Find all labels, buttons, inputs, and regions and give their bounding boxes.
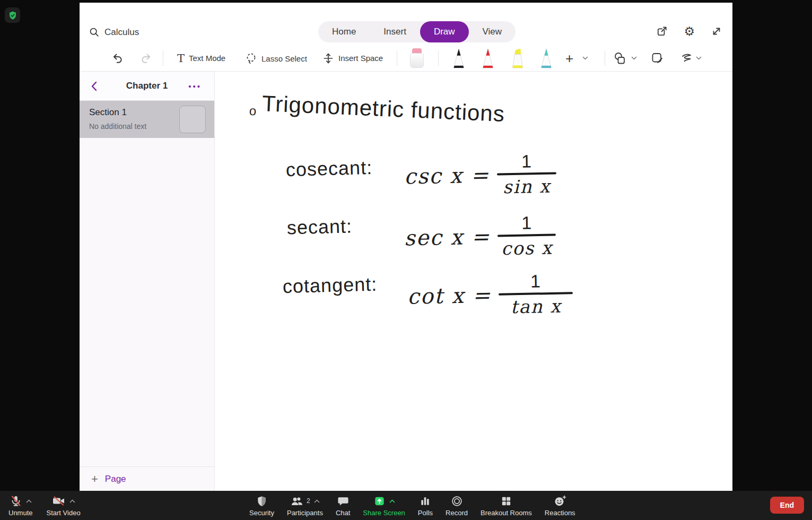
undo-icon[interactable] (111, 52, 124, 65)
mic-muted-icon (10, 495, 22, 507)
polls-bar-chart-icon (419, 495, 431, 507)
fraction-numerator: 1 (521, 151, 532, 171)
end-meeting-button[interactable]: End (770, 497, 804, 514)
settings-gear-icon[interactable]: ⚙ (684, 25, 695, 38)
ink-scribble-icon[interactable] (680, 52, 694, 65)
add-page-button[interactable]: + Page (80, 466, 214, 491)
start-video-button[interactable]: Start Video (47, 494, 81, 517)
section-list-item-selected[interactable]: Section 1 No additional text (80, 101, 214, 138)
formula-lhs: cot x = (407, 283, 492, 309)
breakout-rooms-button[interactable]: Breakout Rooms (481, 494, 532, 517)
formula-equation: cot x = 1 tan x (407, 271, 573, 319)
polls-label: Polls (418, 509, 433, 517)
search-icon (89, 27, 100, 38)
reactions-button[interactable]: Reactions (545, 494, 575, 517)
security-button[interactable]: Security (249, 494, 274, 517)
fraction: 1 sin x (496, 151, 556, 197)
green-shield-check-icon (8, 11, 18, 20)
formula-equation: csc x = 1 sin x (404, 151, 556, 199)
black-pen-tool[interactable] (451, 48, 466, 69)
tab-home[interactable]: Home (318, 21, 370, 42)
insert-space-icon (322, 53, 334, 64)
unmute-label: Unmute (8, 509, 33, 517)
share-icon[interactable] (656, 25, 668, 38)
redo-icon[interactable] (139, 52, 152, 65)
ink-chevron-icon[interactable] (696, 56, 702, 60)
shapes-tool-icon[interactable] (613, 51, 627, 65)
formula-equation: sec x = 1 cos x (404, 213, 556, 261)
app-top-bar: Calculus Home Insert Draw View ⚙ (80, 3, 732, 45)
text-mode-button[interactable]: T Text Mode (177, 52, 225, 65)
reactions-smiley-icon (553, 495, 567, 507)
formula-label: cosecant: (285, 157, 372, 181)
meeting-security-badge[interactable] (5, 7, 20, 23)
video-options-chevron-icon[interactable] (69, 499, 75, 503)
participants-count-badge: 2 (307, 497, 310, 505)
reactions-label: Reactions (545, 509, 575, 517)
fraction-numerator: 1 (521, 213, 532, 233)
share-screen-icon (373, 495, 386, 507)
fraction-denominator: tan x (510, 297, 561, 317)
yellow-highlighter-tool[interactable] (510, 48, 526, 69)
share-screen-chevron-icon[interactable] (389, 499, 395, 503)
unmute-options-chevron-icon[interactable] (26, 499, 32, 503)
formula-lhs: sec x = (404, 224, 491, 250)
fraction-bar (497, 172, 556, 175)
chapter-menu-button[interactable]: ••• (188, 82, 202, 91)
chat-button[interactable]: Chat (336, 494, 350, 517)
toolbar-divider (397, 51, 397, 66)
add-pen-chevron-icon[interactable] (582, 56, 588, 60)
toolbar-divider (438, 51, 439, 66)
fraction-bar (499, 292, 573, 296)
record-label: Record (446, 509, 468, 517)
sidebar-header: Chapter 1 ••• (80, 72, 214, 101)
fraction-denominator: cos x (501, 238, 553, 259)
add-page-plus-icon: + (91, 473, 98, 485)
insert-space-button[interactable]: Insert Space (322, 53, 383, 64)
teal-pen-tool[interactable] (539, 48, 554, 69)
chat-label: Chat (336, 509, 350, 517)
text-mode-label: Text Mode (189, 54, 225, 63)
share-screen-button[interactable]: Share Screen (363, 494, 405, 517)
unmute-button[interactable]: Unmute (8, 494, 33, 517)
breakout-rooms-grid-icon (500, 495, 512, 507)
participants-chevron-icon[interactable] (314, 499, 320, 503)
lasso-select-button[interactable]: Lasso Select (245, 52, 307, 64)
toolbar-divider (605, 51, 605, 66)
add-pen-button[interactable]: + (565, 51, 573, 65)
formula-label: cotangent: (282, 273, 377, 298)
draw-toolbar: T Text Mode Lasso Select Insert Space (80, 45, 732, 72)
ribbon-tabs: Home Insert Draw View (318, 21, 516, 42)
participants-icon (290, 495, 304, 507)
shared-screen: Calculus Home Insert Draw View ⚙ (80, 3, 732, 491)
search-field[interactable]: Calculus (89, 27, 139, 38)
fullscreen-expand-icon[interactable] (710, 25, 723, 38)
eraser-tool[interactable] (409, 48, 424, 68)
red-pen-tool[interactable] (481, 48, 495, 69)
formula-lhs: csc x = (404, 162, 490, 188)
participants-label: Participants (287, 509, 323, 517)
fraction-bar (497, 234, 556, 237)
record-button[interactable]: Record (446, 494, 468, 517)
tab-view[interactable]: View (469, 21, 516, 42)
fraction-numerator: 1 (530, 271, 541, 291)
add-page-label: Page (105, 474, 126, 484)
eraser-body (410, 53, 424, 68)
fraction: 1 cos x (497, 213, 556, 259)
chat-bubble-icon (337, 495, 350, 507)
security-label: Security (249, 509, 274, 517)
lasso-select-label: Lasso Select (261, 54, 307, 63)
tab-insert[interactable]: Insert (370, 21, 420, 42)
share-screen-label: Share Screen (363, 509, 405, 517)
handwritten-title: Trigonometric functions (261, 91, 505, 127)
start-video-label: Start Video (47, 509, 81, 517)
tab-draw[interactable]: Draw (420, 21, 469, 42)
participants-button[interactable]: 2 Participants (287, 494, 323, 517)
lasso-icon (245, 52, 257, 64)
polls-button[interactable]: Polls (418, 494, 433, 517)
sticky-note-pen-icon[interactable] (651, 51, 664, 65)
note-canvas[interactable]: o Trigonometric functions cosecant: csc … (215, 72, 732, 491)
text-mode-icon: T (177, 52, 185, 65)
breakout-rooms-label: Breakout Rooms (481, 509, 532, 517)
shapes-chevron-icon[interactable] (631, 56, 637, 60)
